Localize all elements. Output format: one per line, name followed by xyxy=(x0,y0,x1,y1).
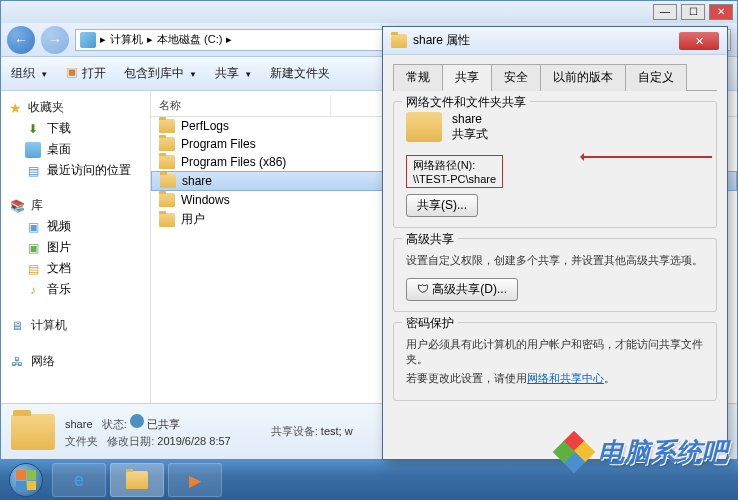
properties-dialog: share 属性 ✕ 常规 共享 安全 以前的版本 自定义 网络文件和文件夹共享… xyxy=(382,26,728,460)
share-mode: 共享式 xyxy=(452,126,488,143)
start-button[interactable] xyxy=(4,462,48,498)
dialog-title: share 属性 xyxy=(413,32,470,49)
share-folder-name: share xyxy=(452,112,488,126)
folder-icon xyxy=(159,193,175,207)
open-button[interactable]: ▣ 打开 xyxy=(66,65,105,82)
advanced-share-button[interactable]: 🛡 高级共享(D)... xyxy=(406,278,518,301)
sidebar-item-pictures[interactable]: ▣图片 xyxy=(1,237,150,258)
breadcrumb-computer[interactable]: 计算机 xyxy=(110,32,143,47)
folder-icon xyxy=(159,119,175,133)
navigation-sidebar: ★收藏夹 ⬇下载 桌面 ▤最近访问的位置 📚库 ▣视频 ▣图片 ▤文档 ♪音乐 … xyxy=(1,91,151,403)
network-path-value: \\TEST-PC\share xyxy=(413,173,496,185)
sidebar-item-videos[interactable]: ▣视频 xyxy=(1,216,150,237)
sidebar-item-downloads[interactable]: ⬇下载 xyxy=(1,118,150,139)
share-menu[interactable]: 共享 ▼ xyxy=(215,65,252,82)
organize-menu[interactable]: 组织 ▼ xyxy=(11,65,48,82)
network-sharing-group: 网络文件和文件夹共享 share 共享式 网络路径(N): \\TEST-PC\… xyxy=(393,101,717,228)
folder-icon xyxy=(391,34,407,48)
close-button[interactable]: ✕ xyxy=(709,4,733,20)
watermark-logo xyxy=(556,434,592,470)
tab-custom[interactable]: 自定义 xyxy=(625,64,687,91)
sidebar-favorites[interactable]: ★收藏夹 xyxy=(1,97,150,118)
folder-icon xyxy=(159,213,175,227)
forward-button[interactable]: → xyxy=(41,26,69,54)
status-name: share xyxy=(65,418,93,430)
window-title-bar: — ☐ ✕ xyxy=(1,1,737,23)
drive-icon xyxy=(80,32,96,48)
taskbar-explorer[interactable] xyxy=(110,463,164,497)
sidebar-item-desktop[interactable]: 桌面 xyxy=(1,139,150,160)
folder-icon xyxy=(159,137,175,151)
sidebar-libraries[interactable]: 📚库 xyxy=(1,195,150,216)
breadcrumb-drive[interactable]: 本地磁盘 (C:) xyxy=(157,32,222,47)
share-folder-icon xyxy=(406,112,442,142)
back-button[interactable]: ← xyxy=(7,26,35,54)
tab-general[interactable]: 常规 xyxy=(393,64,443,91)
taskbar-ie[interactable]: e xyxy=(52,463,106,497)
password-protection-group: 密码保护 用户必须具有此计算机的用户帐户和密码，才能访问共享文件夹。 若要更改此… xyxy=(393,322,717,401)
status-folder-icon xyxy=(11,414,55,450)
sidebar-computer[interactable]: 🖥计算机 xyxy=(1,314,150,337)
sidebar-network[interactable]: 🖧网络 xyxy=(1,351,150,372)
sidebar-item-recent[interactable]: ▤最近访问的位置 xyxy=(1,160,150,181)
share-button[interactable]: 共享(S)... xyxy=(406,194,478,217)
dialog-tabs: 常规 共享 安全 以前的版本 自定义 xyxy=(393,63,717,91)
shared-icon xyxy=(130,414,144,428)
dialog-title-bar[interactable]: share 属性 ✕ xyxy=(383,27,727,55)
network-path-highlight: 网络路径(N): \\TEST-PC\share xyxy=(406,155,503,188)
tab-previous-versions[interactable]: 以前的版本 xyxy=(540,64,626,91)
folder-icon xyxy=(160,174,176,188)
tab-sharing[interactable]: 共享 xyxy=(442,64,492,91)
sidebar-item-documents[interactable]: ▤文档 xyxy=(1,258,150,279)
sidebar-item-music[interactable]: ♪音乐 xyxy=(1,279,150,300)
folder-icon xyxy=(159,155,175,169)
dialog-close-button[interactable]: ✕ xyxy=(679,32,719,50)
new-folder-button[interactable]: 新建文件夹 xyxy=(270,65,330,82)
maximize-button[interactable]: ☐ xyxy=(681,4,705,20)
network-center-link[interactable]: 网络和共享中心 xyxy=(527,372,604,384)
advanced-sharing-group: 高级共享 设置自定义权限，创建多个共享，并设置其他高级共享选项。 🛡 高级共享(… xyxy=(393,238,717,312)
annotation-arrow xyxy=(582,156,712,158)
taskbar-media-player[interactable]: ▶ xyxy=(168,463,222,497)
minimize-button[interactable]: — xyxy=(653,4,677,20)
column-name[interactable]: 名称 xyxy=(151,95,331,116)
tab-security[interactable]: 安全 xyxy=(491,64,541,91)
watermark: 电脑系统吧 xyxy=(556,434,728,470)
include-library-menu[interactable]: 包含到库中 ▼ xyxy=(124,65,197,82)
